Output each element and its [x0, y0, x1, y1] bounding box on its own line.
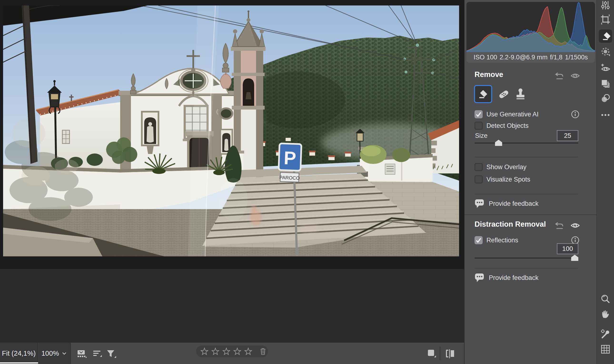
size-slider-track[interactable]	[474, 143, 578, 143]
filter-icon[interactable]	[105, 349, 117, 359]
use-generative-ai-label: Use Generative AI	[487, 111, 539, 118]
pan-hand-icon[interactable]	[600, 309, 611, 319]
filmstrip	[0, 269, 464, 342]
exif-aperture: f/1,8	[550, 54, 563, 61]
visualize-spots-slider[interactable]	[528, 180, 578, 181]
red-eye-icon[interactable]	[600, 63, 611, 73]
exif-iso: ISO 100	[474, 54, 497, 61]
feedback-bubble-icon[interactable]	[474, 199, 485, 208]
photo-canvas-area	[0, 0, 464, 269]
crop-icon[interactable]	[600, 14, 611, 25]
remove-section-title: Remove	[474, 70, 503, 79]
white-balance-picker-icon[interactable]	[600, 329, 611, 339]
undo-icon[interactable]	[555, 71, 564, 81]
versions-icon[interactable]	[600, 78, 611, 89]
pill-divider	[256, 347, 256, 355]
size-value-box[interactable]: 25	[557, 130, 578, 141]
zoom-fit-label: Fit (24,1%)	[2, 350, 36, 357]
star-icon[interactable]	[244, 347, 252, 355]
masking-icon[interactable]	[600, 47, 611, 57]
feedback-bubble-icon[interactable]	[474, 273, 485, 283]
show-overlay-checkbox[interactable]	[474, 163, 483, 171]
heal-tool-icon[interactable]	[497, 88, 510, 101]
zoom-fit-tab[interactable]: Fit (24,1%)	[0, 343, 38, 364]
edit-panel: ISO 100 2.2-9.0@6.9 mm f/1,8 1/1500s Rem…	[464, 0, 596, 364]
eraser-tool-button-selected[interactable]	[474, 85, 492, 103]
eye-icon[interactable]	[570, 71, 580, 81]
star-icon[interactable]	[211, 347, 219, 355]
exif-bar: ISO 100 2.2-9.0@6.9 mm f/1,8 1/1500s	[466, 52, 595, 63]
divider	[474, 268, 578, 269]
sort-icon[interactable]	[91, 349, 103, 359]
exif-shutter: 1/1500s	[565, 54, 588, 61]
detect-objects-checkbox[interactable]	[474, 122, 483, 130]
check-icon	[474, 110, 483, 118]
active-tab-underline	[0, 362, 38, 364]
bottom-toolbar: Fit (24,1%) 100%	[0, 342, 464, 364]
remove-eraser-icon[interactable]	[601, 31, 612, 41]
star-icon[interactable]	[233, 347, 241, 355]
use-generative-ai-checkbox[interactable]	[474, 110, 483, 118]
collection-view-icon[interactable]	[76, 349, 88, 359]
presets-icon[interactable]	[600, 93, 611, 104]
photo[interactable]	[3, 5, 459, 256]
zoom-icon[interactable]	[600, 294, 611, 304]
reflections-label: Reflections	[487, 237, 518, 244]
show-overlay-label: Show Overlay	[487, 163, 526, 171]
divider	[474, 194, 578, 194]
detect-objects-label: Detect Objects	[487, 122, 529, 130]
size-value: 25	[564, 132, 571, 140]
reflections-amount-box[interactable]: 100	[557, 243, 578, 254]
histogram-plot	[466, 2, 595, 52]
grid-overlay-icon[interactable]	[600, 344, 611, 354]
distraction-section-title: Distraction Removal	[474, 220, 546, 229]
histogram[interactable]	[466, 2, 595, 52]
visualize-spots-checkbox[interactable]	[474, 175, 483, 183]
zoom-level-tab[interactable]: 100%	[38, 343, 71, 364]
toolbar-divider	[440, 346, 440, 360]
chevron-down-icon[interactable]	[61, 351, 67, 356]
reflections-checkbox[interactable]	[474, 236, 483, 244]
eye-icon[interactable]	[570, 221, 580, 231]
reflections-amount-value: 100	[562, 245, 573, 253]
remove-feedback-link[interactable]: Provide feedback	[489, 200, 539, 208]
tool-strip	[596, 0, 614, 364]
size-slider-thumb[interactable]	[495, 140, 502, 146]
reflections-slider-track[interactable]	[474, 258, 578, 259]
distraction-feedback-link[interactable]: Provide feedback	[489, 274, 539, 282]
reflections-slider-thumb[interactable]	[571, 255, 578, 261]
rating-bar	[196, 345, 268, 357]
size-label: Size	[475, 132, 488, 140]
exif-zoom-range: 2.2-9.0@6.9 mm	[500, 54, 548, 61]
check-icon	[474, 236, 483, 244]
trash-icon[interactable]	[259, 347, 267, 356]
more-options-icon[interactable]	[600, 110, 611, 120]
eraser-icon	[478, 89, 488, 100]
star-icon[interactable]	[200, 347, 209, 355]
zoom-level-label: 100%	[42, 350, 59, 357]
single-view-icon[interactable]	[426, 348, 437, 359]
info-icon[interactable]	[571, 110, 580, 119]
edit-sliders-icon[interactable]	[600, 0, 611, 11]
clone-stamp-tool-icon[interactable]	[514, 87, 527, 101]
app-window: Fit (24,1%) 100%	[0, 0, 614, 364]
before-after-icon[interactable]	[444, 348, 457, 359]
visualize-spots-label: Visualize Spots	[487, 176, 530, 183]
divider	[474, 157, 578, 157]
section-divider	[464, 215, 597, 215]
star-icon[interactable]	[222, 347, 230, 355]
undo-icon[interactable]	[555, 221, 564, 231]
